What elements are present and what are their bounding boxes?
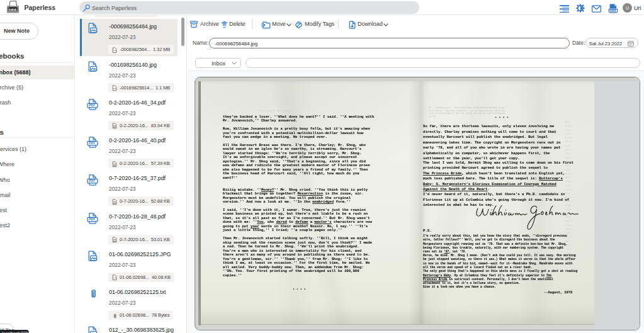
svg-text:PDF: PDF bbox=[89, 180, 95, 183]
svg-text:PDF: PDF bbox=[89, 218, 95, 221]
svg-text:PDF: PDF bbox=[89, 104, 95, 107]
svg-text:PDF: PDF bbox=[89, 142, 95, 145]
